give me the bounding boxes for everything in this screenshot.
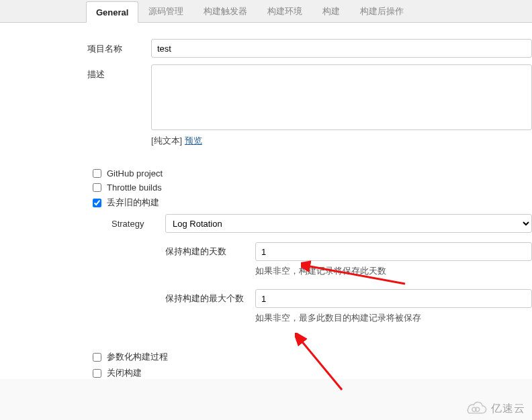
max-builds-label: 保持构建的最大个数 [165, 293, 255, 305]
parameterized-build-label: 参数化构建过程 [107, 351, 168, 363]
description-textarea[interactable] [151, 64, 532, 130]
strategy-row: Strategy Log Rotation [112, 214, 532, 233]
discard-old-builds-label: 丢弃旧的构建 [107, 197, 159, 209]
watermark-text: 亿速云 [491, 402, 525, 416]
disable-build-checkbox[interactable] [93, 369, 101, 378]
watermark: 亿速云 [464, 401, 525, 416]
days-to-keep-hint: 如果非空，构建记录将保存此天数 [255, 265, 532, 277]
tab-general[interactable]: General [86, 1, 138, 23]
tab-env[interactable]: 构建环境 [257, 0, 312, 22]
max-builds-hint: 如果非空，最多此数目的构建记录将被保存 [255, 312, 532, 324]
throttle-builds-checkbox[interactable] [93, 183, 101, 192]
disable-build-label: 关闭构建 [107, 367, 142, 379]
preview-link[interactable]: 预览 [185, 136, 202, 146]
tab-triggers[interactable]: 构建触发器 [193, 0, 257, 22]
project-name-input[interactable] [151, 39, 532, 58]
github-project-row[interactable]: GitHub project [93, 168, 532, 178]
max-builds-input[interactable] [255, 289, 532, 308]
strategy-label: Strategy [112, 219, 165, 229]
discard-old-builds-checkbox[interactable] [93, 199, 101, 207]
plain-text-label: [纯文本] [151, 136, 185, 146]
discard-old-builds-row[interactable]: 丢弃旧的构建 [93, 197, 532, 209]
project-name-label: 项目名称 [87, 39, 151, 55]
github-project-checkbox[interactable] [93, 169, 101, 178]
days-to-keep-input[interactable] [255, 242, 532, 261]
parameterized-build-checkbox[interactable] [93, 353, 101, 362]
throttle-builds-label: Throttle builds [107, 182, 162, 193]
description-label: 描述 [87, 64, 151, 81]
parameterized-build-row[interactable]: 参数化构建过程 [93, 351, 532, 363]
days-to-keep-label: 保持构建的天数 [165, 246, 255, 258]
tabs-bar: General 源码管理 构建触发器 构建环境 构建 构建后操作 [0, 0, 532, 23]
cloud-icon [464, 401, 487, 416]
general-panel: 项目名称 描述 [纯文本] 预览 GitHub project Throttle… [0, 23, 532, 379]
throttle-builds-row[interactable]: Throttle builds [93, 182, 532, 193]
tab-post[interactable]: 构建后操作 [350, 0, 414, 22]
tab-build[interactable]: 构建 [312, 0, 350, 22]
github-project-label: GitHub project [107, 168, 163, 178]
strategy-select[interactable]: Log Rotation [165, 214, 532, 233]
tab-scm[interactable]: 源码管理 [138, 0, 193, 22]
disable-build-row[interactable]: 关闭构建 [93, 367, 532, 379]
